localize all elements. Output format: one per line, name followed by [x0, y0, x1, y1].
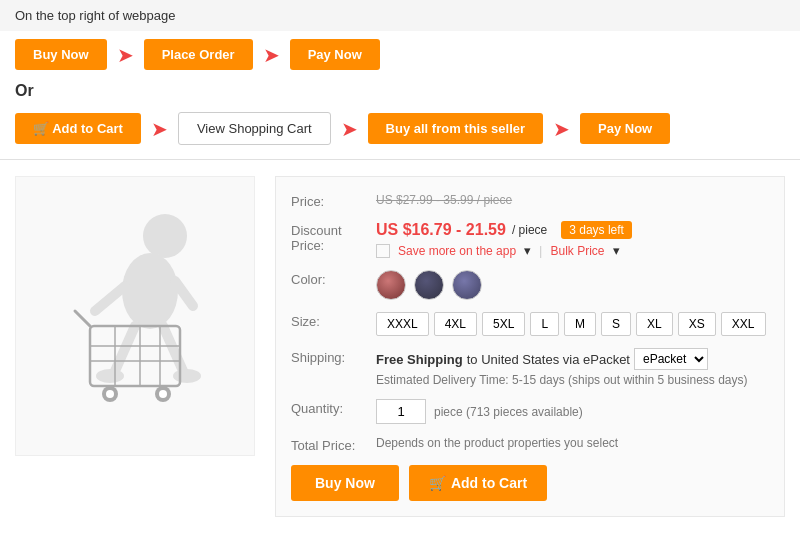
- arrow-icon-2: ➤: [263, 43, 280, 67]
- discount-price-value: US $16.79 - 21.59 / piece 3 days left Sa…: [376, 221, 769, 258]
- add-to-cart-button-main[interactable]: 🛒 Add to Cart: [409, 465, 547, 501]
- price-row: Price: US $27.99 - 35.99 / piece: [291, 192, 769, 209]
- arrow-icon-5: ➤: [553, 117, 570, 141]
- product-image: [15, 176, 255, 456]
- svg-point-6: [96, 369, 124, 383]
- quantity-controls: piece (713 pieces available): [376, 399, 769, 424]
- svg-point-0: [143, 214, 187, 258]
- instruction-text: On the top right of webpage: [15, 8, 175, 23]
- pay-now-button-2[interactable]: Pay Now: [580, 113, 670, 144]
- shopping-cart-illustration: [35, 196, 235, 436]
- wishlist-area: IF you like it! Chick here~ Add to Wish …: [0, 527, 800, 534]
- pay-now-button-1[interactable]: Pay Now: [290, 39, 380, 70]
- save-more-link[interactable]: Save more on the app: [398, 244, 516, 258]
- discount-price-row: DiscountPrice: US $16.79 - 21.59 / piece…: [291, 221, 769, 258]
- view-shopping-cart-button[interactable]: View Shopping Cart: [178, 112, 331, 145]
- svg-line-4: [115, 326, 135, 371]
- buy-now-button-main[interactable]: Buy Now: [291, 465, 399, 501]
- svg-point-7: [173, 369, 201, 383]
- shipping-method-select[interactable]: ePacket: [634, 348, 708, 370]
- bulk-dropdown-icon: ▾: [613, 243, 620, 258]
- size-4xl[interactable]: 4XL: [434, 312, 477, 336]
- total-price-row: Total Price: Depends on the product prop…: [291, 436, 769, 453]
- shipping-to-text: to United States via ePacket: [467, 352, 630, 367]
- place-order-button[interactable]: Place Order: [144, 39, 253, 70]
- price-value: US $27.99 - 35.99 / piece: [376, 192, 769, 207]
- total-price-label: Total Price:: [291, 436, 376, 453]
- color-label: Color:: [291, 270, 376, 287]
- shipping-label: Shipping:: [291, 348, 376, 365]
- discount-price: US $16.79 - 21.59: [376, 221, 506, 239]
- original-price: US $27.99 - 35.99 / piece: [376, 193, 512, 207]
- save-more-row: Save more on the app ▾ | Bulk Price ▾: [376, 243, 769, 258]
- size-xs[interactable]: XS: [678, 312, 716, 336]
- size-l[interactable]: L: [530, 312, 559, 336]
- color-swatch-1[interactable]: [376, 270, 406, 300]
- size-xl[interactable]: XL: [636, 312, 673, 336]
- divider: [0, 159, 800, 160]
- quantity-input[interactable]: [376, 399, 426, 424]
- size-xxl[interactable]: XXL: [721, 312, 766, 336]
- color-row: Color:: [291, 270, 769, 300]
- svg-point-16: [106, 390, 114, 398]
- total-price-value: Depends on the product properties you se…: [376, 436, 769, 450]
- free-shipping-text: Free Shipping: [376, 352, 463, 367]
- flow-row-1: Buy Now ➤ Place Order ➤ Pay Now: [0, 31, 800, 78]
- save-more-checkbox[interactable]: [376, 244, 390, 258]
- buy-all-from-seller-button[interactable]: Buy all from this seller: [368, 113, 543, 144]
- product-details: Price: US $27.99 - 35.99 / piece Discoun…: [275, 176, 785, 517]
- svg-point-17: [159, 390, 167, 398]
- size-5xl[interactable]: 5XL: [482, 312, 525, 336]
- size-label: Size:: [291, 312, 376, 329]
- save-dropdown-icon: ▾: [524, 243, 531, 258]
- price-label: Price:: [291, 192, 376, 209]
- shipping-row: Shipping: Free Shipping to United States…: [291, 348, 769, 387]
- or-label: Or: [0, 78, 800, 104]
- size-s[interactable]: S: [601, 312, 631, 336]
- bulk-price-link[interactable]: Bulk Price: [550, 244, 604, 258]
- action-buttons: Buy Now 🛒 Add to Cart: [291, 465, 769, 501]
- quantity-row: Quantity: piece (713 pieces available): [291, 399, 769, 424]
- shipping-details: Free Shipping to United States via ePack…: [376, 348, 769, 387]
- svg-line-2: [95, 286, 125, 311]
- arrow-icon-4: ➤: [341, 117, 358, 141]
- product-area: Price: US $27.99 - 35.99 / piece Discoun…: [0, 166, 800, 527]
- size-xxxl[interactable]: XXXL: [376, 312, 429, 336]
- cart-icon-main: 🛒: [429, 475, 446, 491]
- svg-point-1: [122, 253, 178, 329]
- color-swatch-2[interactable]: [414, 270, 444, 300]
- flow-row-2: 🛒 Add to Cart ➤ View Shopping Cart ➤ Buy…: [0, 104, 800, 153]
- arrow-icon-1: ➤: [117, 43, 134, 67]
- color-swatch-3[interactable]: [452, 270, 482, 300]
- color-swatches: [376, 270, 769, 300]
- price-unit: / piece: [512, 223, 547, 237]
- cart-icon-top: 🛒: [33, 121, 49, 136]
- quantity-label: Quantity:: [291, 399, 376, 416]
- add-to-cart-button-top[interactable]: 🛒 Add to Cart: [15, 113, 141, 144]
- top-bar: On the top right of webpage: [0, 0, 800, 31]
- size-row: Size: XXXL 4XL 5XL L M S XL XS XXL: [291, 312, 769, 336]
- shipping-estimate: Estimated Delivery Time: 5-15 days (ship…: [376, 373, 769, 387]
- days-badge: 3 days left: [561, 221, 632, 239]
- buy-now-button-1[interactable]: Buy Now: [15, 39, 107, 70]
- discount-price-label: DiscountPrice:: [291, 221, 376, 253]
- arrow-icon-3: ➤: [151, 117, 168, 141]
- size-buttons: XXXL 4XL 5XL L M S XL XS XXL: [376, 312, 769, 336]
- size-m[interactable]: M: [564, 312, 596, 336]
- quantity-available: piece (713 pieces available): [434, 405, 583, 419]
